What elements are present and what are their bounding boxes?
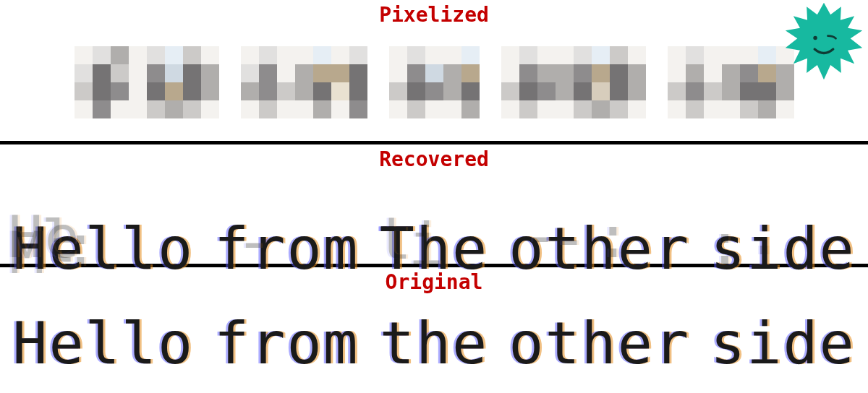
- title-original: Original: [0, 270, 868, 294]
- original-word-4: side: [710, 315, 856, 373]
- title-recovered: Recovered: [0, 147, 868, 171]
- pixelized-word-3: [501, 46, 646, 118]
- original-word-2: the: [380, 315, 489, 373]
- pixelized-word-0: [75, 46, 219, 118]
- svg-point-0: [813, 36, 817, 40]
- original-word-3: other: [509, 315, 690, 373]
- panel-original: Original Hello from the other side: [0, 267, 868, 389]
- panel-pixelized: Pixelized: [0, 0, 868, 144]
- mascot-starburst-icon: [784, 1, 864, 81]
- pixelized-row: [0, 46, 868, 118]
- pixelized-word-4: [668, 46, 794, 118]
- title-pixelized: Pixelized: [0, 3, 868, 27]
- starburst-body: [786, 3, 862, 79]
- pixelized-word-1: [241, 46, 367, 118]
- panel-recovered: Recovered He l M : Hello - from t i The …: [0, 144, 868, 267]
- pixelized-word-2: [389, 46, 480, 118]
- original-word-1: from: [214, 315, 359, 373]
- original-word-0: Hello: [12, 315, 194, 373]
